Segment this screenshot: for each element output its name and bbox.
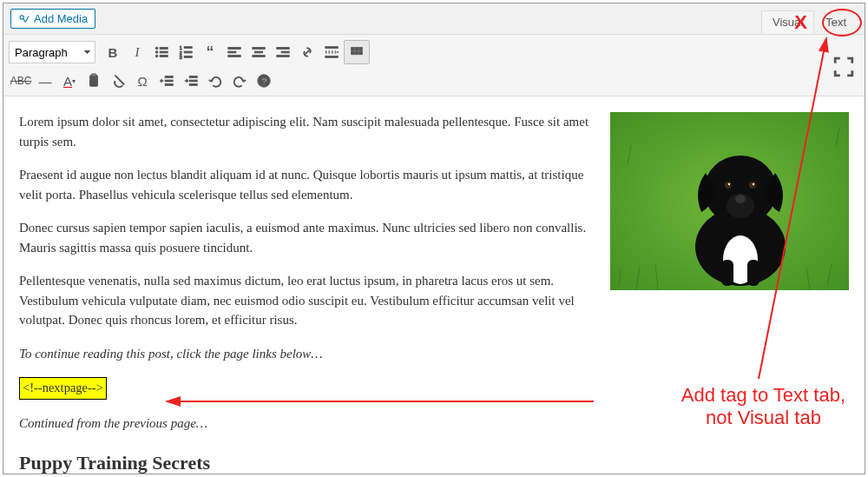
svg-rect-12 (184, 56, 192, 58)
svg-point-5 (155, 55, 158, 57)
svg-rect-2 (160, 48, 168, 50)
svg-rect-6 (160, 56, 168, 57)
editor-toolbar: Paragraph B I 123 “ ABC — A ▾ T Ω ? (3, 35, 865, 96)
svg-rect-19 (277, 48, 289, 50)
svg-point-58 (749, 182, 756, 189)
svg-point-57 (725, 182, 732, 189)
svg-rect-38 (189, 80, 197, 82)
special-char-button[interactable]: Ω (130, 70, 155, 92)
svg-rect-30 (359, 51, 363, 55)
editor-content[interactable]: Lorem ipsum dolor sit amet, consectetur … (3, 96, 865, 474)
svg-point-1 (155, 47, 158, 50)
svg-rect-36 (165, 84, 173, 86)
svg-rect-27 (359, 48, 363, 51)
svg-rect-37 (189, 76, 197, 78)
add-media-label: Add Media (34, 12, 88, 25)
heading-puppy: Puppy Training Secrets (19, 448, 849, 474)
numbered-list-button[interactable]: 123 (174, 41, 198, 63)
svg-rect-10 (184, 51, 192, 53)
svg-point-59 (728, 183, 730, 185)
fullscreen-button[interactable] (832, 56, 856, 78)
italic-button[interactable]: I (125, 41, 149, 63)
tab-text[interactable]: Text (814, 10, 858, 34)
svg-rect-35 (165, 80, 173, 82)
paste-text-button[interactable]: T (82, 70, 106, 92)
blockquote-button[interactable]: “ (198, 41, 222, 63)
help-button[interactable]: ? (252, 70, 276, 92)
svg-rect-13 (228, 48, 240, 50)
svg-rect-24 (326, 56, 338, 58)
svg-rect-28 (352, 51, 355, 55)
hr-button[interactable]: — (33, 70, 57, 92)
add-media-button[interactable]: Add Media (10, 9, 95, 29)
align-left-button[interactable] (222, 41, 247, 63)
svg-text:?: ? (261, 76, 267, 87)
toolbar-toggle-button[interactable] (344, 40, 370, 64)
svg-point-60 (753, 183, 754, 185)
editor-tabs: Visual Text (761, 10, 858, 34)
svg-rect-26 (355, 48, 358, 51)
svg-rect-29 (355, 51, 358, 55)
bullet-list-button[interactable] (149, 41, 174, 63)
svg-rect-21 (277, 56, 289, 57)
nextpage-tag: <!--nextpage--> (19, 377, 107, 400)
editor-topbar: Add Media Visual Text (3, 3, 865, 35)
svg-rect-8 (184, 47, 192, 49)
svg-rect-18 (253, 56, 265, 57)
link-button[interactable] (295, 41, 319, 63)
align-center-button[interactable] (247, 41, 271, 63)
svg-rect-23 (326, 51, 338, 53)
read-more-button[interactable] (319, 41, 344, 63)
strikethrough-button[interactable]: ABC (9, 70, 33, 92)
svg-rect-14 (228, 51, 236, 53)
text-color-button[interactable]: A ▾ (57, 70, 82, 92)
outdent-button[interactable] (155, 70, 179, 92)
svg-rect-20 (281, 51, 289, 53)
svg-rect-53 (747, 260, 760, 286)
clear-formatting-button[interactable] (106, 70, 130, 92)
svg-point-56 (735, 195, 746, 203)
svg-text:T: T (92, 78, 96, 86)
svg-rect-17 (255, 51, 263, 53)
undo-button[interactable] (203, 70, 227, 92)
svg-text:3: 3 (180, 55, 182, 60)
content-image-puppy[interactable] (610, 112, 849, 290)
note-continued: Continued from the previous page… (19, 414, 849, 434)
note-continue: To continue reading this post, click the… (19, 344, 849, 364)
redo-button[interactable] (227, 70, 252, 92)
svg-rect-22 (326, 47, 338, 49)
svg-point-3 (155, 51, 158, 54)
svg-rect-34 (165, 76, 173, 78)
bold-button[interactable]: B (101, 41, 125, 63)
tab-visual[interactable]: Visual (761, 10, 814, 34)
svg-rect-4 (160, 51, 168, 53)
svg-rect-15 (228, 56, 240, 57)
svg-rect-16 (253, 48, 265, 50)
svg-rect-39 (189, 84, 197, 86)
align-right-button[interactable] (271, 41, 295, 63)
svg-rect-32 (91, 74, 95, 76)
indent-button[interactable] (179, 70, 203, 92)
format-select[interactable]: Paragraph (9, 41, 95, 63)
svg-rect-25 (352, 48, 355, 51)
svg-rect-52 (721, 260, 733, 286)
media-icon (18, 13, 30, 25)
